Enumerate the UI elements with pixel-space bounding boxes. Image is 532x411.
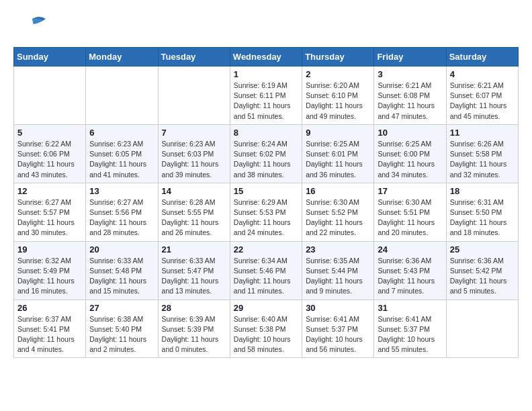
calendar-week-2: 5Sunrise: 6:22 AM Sunset: 6:06 PM Daylig… [14,124,519,183]
calendar-cell: 12Sunrise: 6:27 AM Sunset: 5:57 PM Dayli… [14,183,86,241]
day-number: 4 [450,69,515,79]
calendar-cell: 21Sunrise: 6:33 AM Sunset: 5:47 PM Dayli… [158,241,230,300]
calendar-cell: 23Sunrise: 6:35 AM Sunset: 5:44 PM Dayli… [302,241,374,300]
weekday-friday: Friday [374,48,446,66]
day-number: 3 [378,69,442,79]
calendar-week-4: 19Sunrise: 6:32 AM Sunset: 5:49 PM Dayli… [14,241,519,300]
calendar-cell [446,300,518,358]
day-info: Sunrise: 6:25 AM Sunset: 6:01 PM Dayligh… [306,139,370,180]
day-info: Sunrise: 6:28 AM Sunset: 5:55 PM Dayligh… [162,197,226,238]
day-info: Sunrise: 6:30 AM Sunset: 5:52 PM Dayligh… [306,197,370,238]
day-info: Sunrise: 6:20 AM Sunset: 6:10 PM Dayligh… [306,81,370,122]
day-number: 9 [306,128,370,138]
calendar-cell: 1Sunrise: 6:19 AM Sunset: 6:11 PM Daylig… [230,66,302,125]
calendar-cell: 2Sunrise: 6:20 AM Sunset: 6:10 PM Daylig… [302,66,374,125]
weekday-saturday: Saturday [446,48,518,66]
day-number: 15 [234,186,298,196]
calendar-cell: 6Sunrise: 6:23 AM Sunset: 6:05 PM Daylig… [86,124,158,183]
day-info: Sunrise: 6:32 AM Sunset: 5:49 PM Dayligh… [17,256,82,297]
day-number: 28 [162,303,226,313]
day-info: Sunrise: 6:39 AM Sunset: 5:39 PM Dayligh… [162,314,226,355]
day-info: Sunrise: 6:35 AM Sunset: 5:44 PM Dayligh… [306,256,370,297]
day-number: 27 [89,303,154,313]
logo [13,13,47,40]
calendar-cell: 10Sunrise: 6:25 AM Sunset: 6:00 PM Dayli… [374,124,446,183]
day-info: Sunrise: 6:36 AM Sunset: 5:43 PM Dayligh… [378,256,442,297]
day-number: 19 [17,244,82,255]
day-number: 12 [17,186,82,196]
day-info: Sunrise: 6:29 AM Sunset: 5:53 PM Dayligh… [234,197,298,238]
day-info: Sunrise: 6:21 AM Sunset: 6:08 PM Dayligh… [378,81,442,122]
day-info: Sunrise: 6:19 AM Sunset: 6:11 PM Dayligh… [234,81,298,122]
weekday-sunday: Sunday [14,48,86,66]
calendar-cell: 27Sunrise: 6:38 AM Sunset: 5:40 PM Dayli… [86,300,158,358]
day-info: Sunrise: 6:33 AM Sunset: 5:47 PM Dayligh… [162,256,226,297]
day-info: Sunrise: 6:41 AM Sunset: 5:37 PM Dayligh… [378,314,442,355]
day-number: 26 [17,303,82,313]
calendar-cell: 14Sunrise: 6:28 AM Sunset: 5:55 PM Dayli… [158,183,230,241]
calendar-cell: 18Sunrise: 6:31 AM Sunset: 5:50 PM Dayli… [446,183,518,241]
day-number: 18 [450,186,515,196]
day-number: 21 [162,244,226,255]
day-info: Sunrise: 6:23 AM Sunset: 6:03 PM Dayligh… [162,139,226,180]
calendar-cell: 20Sunrise: 6:33 AM Sunset: 5:48 PM Dayli… [86,241,158,300]
weekday-monday: Monday [86,48,158,66]
calendar-cell: 15Sunrise: 6:29 AM Sunset: 5:53 PM Dayli… [230,183,302,241]
weekday-thursday: Thursday [302,48,374,66]
calendar-cell: 8Sunrise: 6:24 AM Sunset: 6:02 PM Daylig… [230,124,302,183]
day-number: 20 [89,244,154,255]
calendar-cell: 5Sunrise: 6:22 AM Sunset: 6:06 PM Daylig… [14,124,86,183]
day-info: Sunrise: 6:33 AM Sunset: 5:48 PM Dayligh… [89,256,154,297]
weekday-row: SundayMondayTuesdayWednesdayThursdayFrid… [14,48,519,66]
day-number: 30 [306,303,370,313]
calendar-week-5: 26Sunrise: 6:37 AM Sunset: 5:41 PM Dayli… [14,300,519,358]
day-number: 6 [89,128,154,138]
logo-icon [13,13,47,40]
calendar-cell [86,66,158,125]
calendar-week-3: 12Sunrise: 6:27 AM Sunset: 5:57 PM Dayli… [14,183,519,241]
calendar-cell: 29Sunrise: 6:40 AM Sunset: 5:38 PM Dayli… [230,300,302,358]
day-number: 23 [306,244,370,255]
day-number: 10 [378,128,442,138]
day-info: Sunrise: 6:21 AM Sunset: 6:07 PM Dayligh… [450,81,515,122]
calendar-cell [158,66,230,125]
calendar-cell: 22Sunrise: 6:34 AM Sunset: 5:46 PM Dayli… [230,241,302,300]
calendar-cell: 9Sunrise: 6:25 AM Sunset: 6:01 PM Daylig… [302,124,374,183]
calendar-cell: 31Sunrise: 6:41 AM Sunset: 5:37 PM Dayli… [374,300,446,358]
day-number: 5 [17,128,82,138]
calendar-cell: 7Sunrise: 6:23 AM Sunset: 6:03 PM Daylig… [158,124,230,183]
day-info: Sunrise: 6:37 AM Sunset: 5:41 PM Dayligh… [17,314,82,355]
calendar-cell: 25Sunrise: 6:36 AM Sunset: 5:42 PM Dayli… [446,241,518,300]
day-info: Sunrise: 6:27 AM Sunset: 5:57 PM Dayligh… [17,197,82,238]
day-number: 29 [234,303,298,313]
day-number: 2 [306,69,370,79]
calendar-cell [14,66,86,125]
calendar-cell: 17Sunrise: 6:30 AM Sunset: 5:51 PM Dayli… [374,183,446,241]
day-info: Sunrise: 6:24 AM Sunset: 6:02 PM Dayligh… [234,139,298,180]
day-number: 11 [450,128,515,138]
day-number: 14 [162,186,226,196]
calendar-cell: 24Sunrise: 6:36 AM Sunset: 5:43 PM Dayli… [374,241,446,300]
day-info: Sunrise: 6:36 AM Sunset: 5:42 PM Dayligh… [450,256,515,297]
day-info: Sunrise: 6:31 AM Sunset: 5:50 PM Dayligh… [450,197,515,238]
day-info: Sunrise: 6:25 AM Sunset: 6:00 PM Dayligh… [378,139,442,180]
day-info: Sunrise: 6:22 AM Sunset: 6:06 PM Dayligh… [17,139,82,180]
day-number: 1 [234,69,298,79]
calendar-week-1: 1Sunrise: 6:19 AM Sunset: 6:11 PM Daylig… [14,66,519,125]
day-number: 7 [162,128,226,138]
page-header [13,13,519,40]
day-info: Sunrise: 6:40 AM Sunset: 5:38 PM Dayligh… [234,314,298,355]
day-info: Sunrise: 6:34 AM Sunset: 5:46 PM Dayligh… [234,256,298,297]
day-info: Sunrise: 6:23 AM Sunset: 6:05 PM Dayligh… [89,139,154,180]
weekday-wednesday: Wednesday [230,48,302,66]
day-info: Sunrise: 6:26 AM Sunset: 5:58 PM Dayligh… [450,139,515,180]
day-number: 16 [306,186,370,196]
calendar-header: SundayMondayTuesdayWednesdayThursdayFrid… [14,48,519,66]
day-info: Sunrise: 6:38 AM Sunset: 5:40 PM Dayligh… [89,314,154,355]
weekday-tuesday: Tuesday [158,48,230,66]
calendar-cell: 16Sunrise: 6:30 AM Sunset: 5:52 PM Dayli… [302,183,374,241]
calendar-cell: 13Sunrise: 6:27 AM Sunset: 5:56 PM Dayli… [86,183,158,241]
calendar-table: SundayMondayTuesdayWednesdayThursdayFrid… [13,47,519,358]
calendar-cell: 3Sunrise: 6:21 AM Sunset: 6:08 PM Daylig… [374,66,446,125]
day-number: 8 [234,128,298,138]
